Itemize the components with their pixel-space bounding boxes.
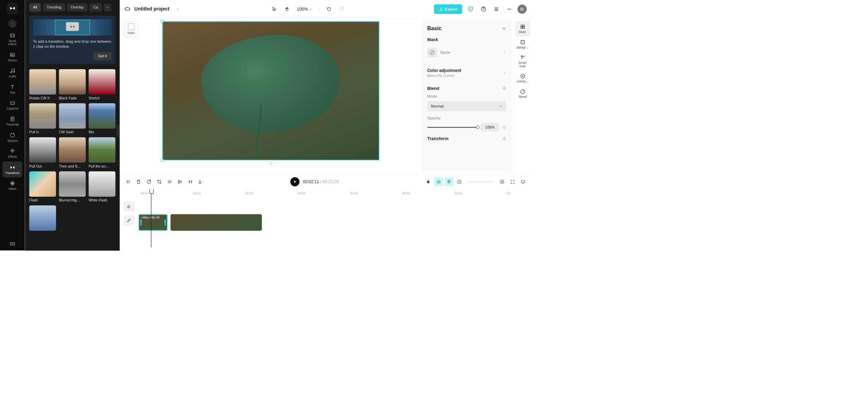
crop-button[interactable]: [155, 177, 164, 186]
transform-reset-button[interactable]: [502, 136, 506, 140]
right-tab-basic[interactable]: Basic: [515, 21, 530, 36]
transition-item[interactable]: Pull in: [29, 103, 56, 135]
filter-tab-all[interactable]: All: [29, 3, 41, 12]
transition-item[interactable]: Blurred Hig…: [59, 172, 85, 203]
keyboard-shortcuts-button[interactable]: [2, 237, 22, 250]
right-tab-speed[interactable]: Speed: [515, 86, 530, 101]
slider-handle[interactable]: [476, 125, 479, 129]
transition-item[interactable]: Black Fade: [59, 69, 85, 100]
zoom-out-button[interactable]: [455, 177, 464, 186]
resize-handle-tl[interactable]: [160, 20, 164, 23]
transition-item[interactable]: Mix: [88, 103, 115, 135]
transition-item[interactable]: Then and N…: [59, 137, 85, 169]
opacity-keyframe-button[interactable]: [502, 125, 506, 129]
opacity-value[interactable]: 100%: [480, 123, 499, 132]
edit-track-button[interactable]: [123, 215, 135, 225]
timeline-clip[interactable]: [171, 214, 262, 231]
ratio-button[interactable]: Ratio: [124, 21, 138, 37]
reverse-button[interactable]: [186, 177, 195, 186]
split-button[interactable]: [123, 177, 133, 186]
transition-item[interactable]: Rotate CW II: [29, 69, 56, 100]
hand-tool-button[interactable]: [283, 4, 292, 14]
close-properties-button[interactable]: [502, 26, 506, 31]
auto-captions-button[interactable]: [434, 177, 443, 186]
preview-bottom-knob[interactable]: [266, 160, 275, 166]
resize-handle-bl[interactable]: [160, 159, 164, 162]
detach-audio-button[interactable]: [176, 177, 185, 186]
filter-more-button[interactable]: [104, 4, 111, 11]
sidebar-item-transitions[interactable]: Transitions: [2, 161, 22, 177]
blend-reset-button[interactable]: [502, 86, 506, 91]
auto-split-button[interactable]: [445, 177, 454, 186]
shield-button[interactable]: [466, 4, 475, 14]
timeline-toolbar: 00:02:11 | 00:23:28: [119, 174, 532, 189]
transition-item[interactable]: [29, 206, 56, 233]
none-icon: [427, 47, 437, 57]
sidebar-item-effects[interactable]: Effects: [2, 145, 22, 161]
project-title[interactable]: Untitled project: [134, 6, 169, 12]
zoom-fit-button[interactable]: [508, 177, 517, 186]
tip-got-it-button[interactable]: Got it: [93, 52, 112, 61]
rail-collapse-button[interactable]: [8, 20, 17, 28]
svg-rect-17: [521, 27, 522, 29]
right-tab-background[interactable]: Backgr…: [515, 37, 530, 52]
mirror-button[interactable]: [165, 177, 174, 186]
app-logo[interactable]: [7, 2, 18, 14]
sidebar-item-filters[interactable]: Filters: [2, 177, 22, 193]
tasks-button[interactable]: [492, 4, 501, 14]
preview-canvas[interactable]: [162, 21, 379, 160]
right-tab-animation[interactable]: Animat…: [515, 71, 530, 86]
timeline-options-button[interactable]: [518, 177, 528, 186]
timeline-clip-selected[interactable]: video clip 00: [139, 214, 168, 231]
timeline-ruler[interactable]: 00:0000:1000:2000:3000:4000:5001:0001:: [139, 189, 532, 198]
sidebar-item-text[interactable]: Text: [2, 81, 22, 97]
mute-track-button[interactable]: [123, 202, 135, 212]
filter-tab-camera[interactable]: Ca: [90, 3, 102, 12]
project-title-dropdown[interactable]: [173, 4, 182, 14]
opacity-slider[interactable]: [427, 127, 478, 128]
main-column: Untitled project 100%: [119, 0, 532, 251]
right-icon-rail: Basic Backgr… Smart tools Animat… Speed: [513, 18, 532, 174]
voiceover-button[interactable]: [424, 177, 433, 186]
zoom-display[interactable]: 100%: [297, 6, 312, 12]
transition-item[interactable]: Pull Out: [29, 137, 56, 169]
sidebar-item-captions[interactable]: Captions: [2, 97, 22, 113]
mask-selector[interactable]: None: [427, 45, 506, 60]
user-avatar[interactable]: 韩: [517, 4, 527, 14]
clip-trim-handle-left[interactable]: [140, 219, 142, 226]
transition-item[interactable]: White Flash: [88, 172, 115, 203]
transition-item[interactable]: Stretch: [88, 69, 115, 100]
download-button[interactable]: [196, 177, 205, 186]
panel-collapse-handle[interactable]: [116, 125, 119, 137]
sidebar-item-audio[interactable]: Audio: [2, 65, 22, 81]
robot-icon: [436, 179, 441, 184]
timeline-tracks[interactable]: 00:0000:1000:2000:3000:4000:5001:0001: v…: [139, 189, 532, 251]
export-button[interactable]: Export: [434, 4, 462, 14]
transition-item[interactable]: Flash: [29, 172, 56, 203]
zoom-in-button[interactable]: [498, 177, 507, 186]
sidebar-item-stickers[interactable]: Stickers: [2, 129, 22, 145]
transition-item[interactable]: Pull the scr…: [88, 137, 115, 169]
filter-tab-trending[interactable]: Trending: [43, 3, 65, 12]
color-adjustment-row[interactable]: Color adjustment Basic,HSL,Curves: [427, 65, 506, 81]
right-tab-smart-tools[interactable]: Smart tools: [515, 52, 530, 71]
redo-button[interactable]: [337, 4, 347, 14]
clip-trim-handle-right[interactable]: [164, 219, 166, 226]
sidebar-item-transcript[interactable]: Transcript: [2, 113, 22, 129]
sidebar-item-photos[interactable]: Photos: [2, 49, 22, 65]
more-menu-button[interactable]: [505, 4, 514, 14]
blend-mode-select[interactable]: Normal: [427, 101, 506, 112]
rotate-button[interactable]: [144, 177, 154, 186]
transition-label: Blurred Hig…: [59, 198, 85, 202]
delete-button[interactable]: [134, 177, 143, 186]
help-button[interactable]: [479, 4, 488, 14]
playhead[interactable]: [151, 189, 151, 248]
filter-tab-overlay[interactable]: Overlay: [67, 3, 87, 12]
cloud-sync-button[interactable]: [124, 6, 131, 12]
sidebar-item-stock-videos[interactable]: Stock videos: [2, 30, 22, 49]
zoom-slider[interactable]: [467, 181, 494, 182]
cursor-tool-button[interactable]: [270, 4, 279, 14]
play-button[interactable]: [291, 177, 300, 186]
undo-button[interactable]: [324, 4, 334, 14]
transition-item[interactable]: CW Swirl: [59, 103, 85, 135]
